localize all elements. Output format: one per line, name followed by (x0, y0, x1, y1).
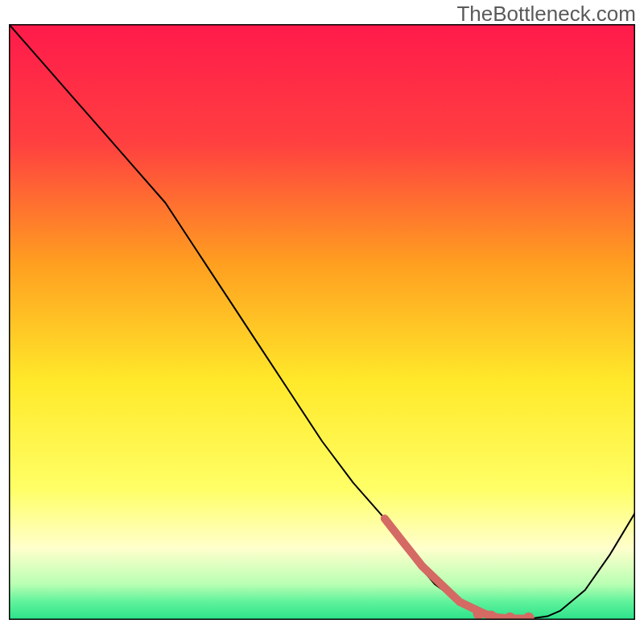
chart-svg (9, 24, 635, 620)
watermark-text: TheBottleneck.com (456, 2, 636, 27)
chart-frame: TheBottleneck.com (0, 0, 644, 644)
gradient-background (9, 24, 635, 620)
plot-area (9, 24, 635, 620)
optimal-marker-dot (473, 609, 485, 620)
